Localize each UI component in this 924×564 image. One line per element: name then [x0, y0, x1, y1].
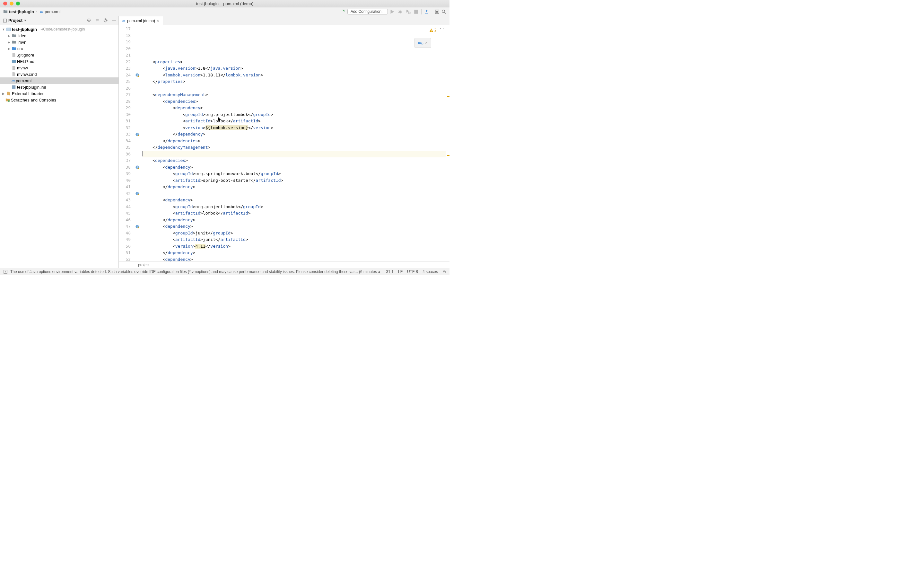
svg-rect-2 [414, 10, 418, 14]
status-bar: The use of Java options environment vari… [0, 268, 450, 275]
build-icon[interactable] [340, 9, 345, 15]
indent-setting[interactable]: 4 spaces [423, 269, 438, 274]
svg-rect-4 [436, 11, 438, 12]
navigation-toolbar: test-jbplugin 〉 m pom.xml Add Configurat… [0, 8, 450, 16]
next-problem-icon[interactable]: ˅ [442, 27, 444, 34]
tree-external-libraries[interactable]: ▶ External Libraries [0, 90, 118, 97]
close-tab-icon[interactable]: × [157, 19, 160, 23]
tree-toggle-icon[interactable]: ▶ [7, 34, 11, 38]
folder-icon [12, 40, 16, 44]
tool-settings-icon[interactable] [104, 18, 108, 23]
editor-breadcrumb[interactable]: project [119, 262, 450, 268]
toolbar-actions: Add Configuration... [340, 9, 446, 15]
breadcrumb-separator: 〉 [35, 9, 39, 14]
svg-point-0 [399, 10, 402, 13]
svg-rect-13 [12, 86, 16, 89]
status-warning-icon [3, 269, 8, 274]
status-message[interactable]: The use of Java options environment vari… [10, 269, 380, 274]
project-tree[interactable]: ▼ test-jbplugin ~/Code/demo/test-jbplugi… [0, 25, 118, 104]
markdown-icon [12, 59, 16, 63]
git-update-icon[interactable] [424, 9, 429, 14]
breadcrumb-root[interactable]: test-jbplugin [3, 9, 34, 14]
library-icon [6, 91, 11, 96]
project-tool-title[interactable]: Project ▼ [3, 18, 27, 23]
maven-reload-icon: m↻ [418, 39, 421, 46]
maven-icon: m [40, 9, 44, 14]
tree-file-pom[interactable]: m pom.xml [0, 77, 118, 84]
editor-tabs: m pom.xml (demo) × [119, 16, 450, 25]
close-notification-icon[interactable]: × [425, 39, 428, 46]
expand-all-icon[interactable] [95, 18, 99, 23]
select-file-icon[interactable] [87, 18, 91, 23]
run-icon[interactable] [390, 9, 394, 14]
tree-file-mvnwcmd[interactable]: mvnw.cmd [0, 71, 118, 77]
tree-folder-src[interactable]: ▶ src [0, 45, 118, 52]
ide-settings-icon[interactable] [435, 9, 440, 14]
project-sidebar: Project ▼ — ▼ test-jbplugin ~/Code/demo/… [0, 16, 119, 268]
svg-rect-12 [12, 60, 16, 63]
warning-icon [429, 28, 434, 32]
file-encoding[interactable]: UTF-8 [407, 269, 418, 274]
tree-folder-idea[interactable]: ▶ .idea [0, 32, 118, 39]
code-editor[interactable]: 1718192021222324252627282930313233343536… [119, 25, 450, 262]
scratches-icon [6, 98, 10, 102]
window-controls [3, 2, 20, 6]
breadcrumb-file[interactable]: m pom.xml [40, 9, 60, 14]
tree-file-help[interactable]: HELP.md [0, 58, 118, 65]
folder-icon [3, 9, 8, 14]
file-icon [12, 66, 16, 70]
add-configuration-button[interactable]: Add Configuration... [347, 9, 388, 15]
source-folder-icon [12, 46, 16, 51]
window-title: test-jbplugin – pom.xml (demo) [196, 1, 254, 6]
svg-rect-20 [431, 30, 432, 31]
module-icon [6, 27, 11, 32]
tree-file-gitignore[interactable]: .gitignore [0, 52, 118, 58]
project-header: Project ▼ — [0, 16, 118, 25]
prev-problem-icon[interactable]: ˄ [440, 27, 441, 34]
maven-icon: m [12, 78, 15, 83]
error-stripe[interactable] [446, 25, 450, 262]
hide-sidebar-icon[interactable]: — [112, 18, 116, 23]
tree-scratches[interactable]: Scratches and Consoles [0, 97, 118, 103]
line-gutter: 1718192021222324252627282930313233343536… [119, 25, 134, 262]
svg-point-5 [442, 10, 445, 12]
svg-point-1 [408, 12, 410, 14]
warnings-indicator[interactable]: 2 [429, 27, 436, 34]
line-separator[interactable]: LF [398, 269, 403, 274]
maven-reload-notification[interactable]: m↻ × [414, 38, 431, 48]
project-icon [3, 18, 7, 23]
coverage-icon[interactable] [406, 9, 411, 14]
tree-project-root[interactable]: ▼ test-jbplugin ~/Code/demo/test-jbplugi… [0, 26, 118, 32]
window-titlebar: test-jbplugin – pom.xml (demo) [0, 0, 450, 8]
tree-file-iml[interactable]: test-jbplugin.iml [0, 84, 118, 90]
stop-icon[interactable] [414, 9, 418, 14]
gutter-icons [134, 25, 140, 262]
debug-icon[interactable] [398, 9, 403, 14]
svg-rect-11 [7, 28, 10, 31]
window-minimize-button[interactable] [10, 2, 14, 6]
chevron-down-icon: ▼ [24, 19, 27, 22]
editor-area: m pom.xml (demo) × 171819202122232425262… [119, 16, 450, 268]
cursor-position[interactable]: 31:1 [386, 269, 394, 274]
tree-folder-mvn[interactable]: ▶ .mvn [0, 39, 118, 45]
svg-point-9 [88, 20, 90, 21]
svg-point-14 [8, 100, 10, 102]
editor-tab-pom[interactable]: m pom.xml (demo) × [119, 17, 163, 25]
file-icon [12, 53, 16, 57]
search-icon[interactable] [441, 9, 446, 14]
file-icon [12, 72, 16, 77]
maven-icon: m [122, 19, 125, 23]
readonly-lock-icon[interactable] [442, 270, 446, 274]
tree-toggle-icon[interactable]: ▼ [2, 28, 6, 31]
window-close-button[interactable] [3, 2, 7, 6]
iml-icon [12, 85, 16, 89]
svg-rect-23 [443, 271, 446, 273]
code-content[interactable]: 2 ˄ ˅ m↻ × <properties> <java.version>1.… [140, 25, 446, 262]
problem-nav: ˄ ˅ [440, 27, 444, 34]
svg-rect-21 [431, 31, 432, 32]
tree-file-mvnw[interactable]: mvnw [0, 65, 118, 71]
folder-icon [12, 33, 16, 38]
window-maximize-button[interactable] [16, 2, 20, 6]
toolbar-divider [421, 9, 422, 15]
breadcrumb: test-jbplugin 〉 m pom.xml [3, 9, 60, 14]
